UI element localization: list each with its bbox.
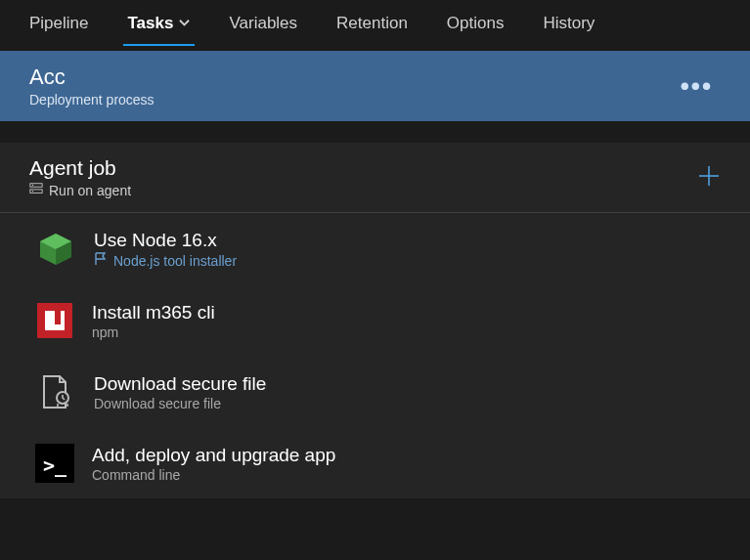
tab-tasks[interactable]: Tasks bbox=[109, 2, 210, 45]
task-subtitle-text: Command line bbox=[92, 467, 180, 483]
tab-label: Variables bbox=[229, 14, 297, 33]
job-title: Agent job bbox=[29, 156, 131, 180]
more-menu-button[interactable]: ••• bbox=[673, 77, 721, 95]
task-texts: Use Node 16.xNode.js tool installer bbox=[94, 230, 237, 269]
tab-pipeline[interactable]: Pipeline bbox=[10, 2, 109, 45]
task-title: Use Node 16.x bbox=[94, 230, 237, 251]
task-texts: Download secure fileDownload secure file bbox=[94, 373, 266, 411]
flag-icon bbox=[94, 252, 108, 269]
add-task-button[interactable] bbox=[695, 162, 723, 194]
node-icon bbox=[35, 229, 76, 270]
tab-retention[interactable]: Retention bbox=[317, 2, 427, 45]
secure-file-icon bbox=[35, 371, 76, 412]
tabbar: Pipeline Tasks Variables Retention Optio… bbox=[0, 0, 750, 47]
task-texts: Install m365 clinpm bbox=[92, 302, 215, 340]
task-subtitle-text: Download secure file bbox=[94, 396, 221, 411]
tab-label: Options bbox=[447, 14, 505, 33]
task-title: Install m365 cli bbox=[92, 302, 215, 323]
job-subtitle: Run on agent bbox=[29, 182, 131, 198]
task-title: Download secure file bbox=[94, 373, 266, 395]
npm-icon bbox=[35, 301, 74, 340]
task-subtitle: Command line bbox=[92, 467, 335, 483]
tab-variables[interactable]: Variables bbox=[209, 2, 317, 45]
task-row[interactable]: Install m365 clinpm bbox=[0, 285, 750, 356]
task-texts: Add, deploy and upgrade appCommand line bbox=[92, 445, 335, 483]
tab-label: Pipeline bbox=[29, 14, 89, 33]
tab-label: Tasks bbox=[128, 14, 174, 33]
svg-rect-0 bbox=[30, 184, 42, 188]
tab-history[interactable]: History bbox=[523, 2, 614, 45]
tab-options[interactable]: Options bbox=[427, 2, 524, 45]
job-subtitle-text: Run on agent bbox=[49, 183, 131, 198]
task-subtitle: Node.js tool installer bbox=[94, 252, 237, 269]
tab-label: Retention bbox=[336, 14, 408, 33]
chevron-down-icon bbox=[179, 14, 190, 33]
task-subtitle-text: npm bbox=[92, 324, 118, 340]
stage-header[interactable]: Acc Deployment process ••• bbox=[0, 51, 750, 121]
stage-subtitle: Deployment process bbox=[29, 92, 154, 108]
job-container: Agent job Run on agent Use Node 16.xNode… bbox=[0, 143, 750, 498]
task-row[interactable]: Use Node 16.xNode.js tool installer bbox=[0, 213, 750, 285]
svg-point-2 bbox=[32, 185, 33, 186]
job-header[interactable]: Agent job Run on agent bbox=[0, 143, 750, 213]
task-subtitle: npm bbox=[92, 324, 215, 340]
task-subtitle-text: Node.js tool installer bbox=[113, 253, 237, 269]
task-row[interactable]: >_Add, deploy and upgrade appCommand lin… bbox=[0, 428, 750, 498]
task-title: Add, deploy and upgrade app bbox=[92, 445, 335, 466]
tab-label: History bbox=[543, 14, 595, 33]
svg-point-3 bbox=[32, 191, 33, 192]
task-subtitle: Download secure file bbox=[94, 396, 266, 411]
server-icon bbox=[29, 182, 43, 198]
task-row[interactable]: Download secure fileDownload secure file bbox=[0, 356, 750, 428]
svg-rect-1 bbox=[30, 190, 42, 194]
stage-title: Acc bbox=[29, 65, 154, 90]
terminal-icon: >_ bbox=[35, 444, 74, 483]
